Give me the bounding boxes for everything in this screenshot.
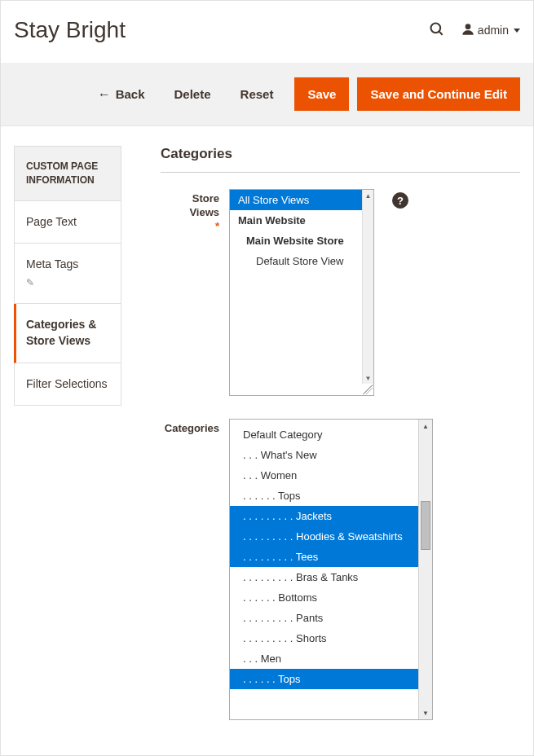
category-option[interactable]: . . . . . . . . . Jackets xyxy=(230,506,432,526)
sidebar-item[interactable]: Page Text xyxy=(14,201,121,244)
category-option[interactable]: . . . . . . Tops xyxy=(230,486,432,506)
scroll-down-icon[interactable]: ▼ xyxy=(363,372,373,384)
sidebar-item[interactable]: Filter Selections xyxy=(14,363,121,407)
action-toolbar: ← Back Delete Reset Save Save and Contin… xyxy=(1,63,533,126)
category-option[interactable]: . . . Men xyxy=(230,648,432,669)
category-option[interactable]: . . . . . . . . . Tees xyxy=(230,547,432,567)
scrollbar[interactable]: ▲ ▼ xyxy=(418,420,432,719)
scroll-thumb[interactable] xyxy=(421,501,430,550)
delete-button[interactable]: Delete xyxy=(160,79,226,109)
category-option[interactable]: . . . . . . . . . Shorts xyxy=(230,628,432,648)
pencil-icon: ✎ xyxy=(26,276,34,290)
scroll-down-icon[interactable]: ▼ xyxy=(419,706,432,719)
store-view-option[interactable]: Main Website Store xyxy=(230,231,373,251)
sidebar: CUSTOM PAGE INFORMATION Page TextMeta Ta… xyxy=(14,146,121,743)
category-option[interactable]: . . . Women xyxy=(230,465,432,486)
scroll-up-icon[interactable]: ▲ xyxy=(419,420,432,433)
search-icon[interactable] xyxy=(429,21,445,40)
help-icon[interactable]: ? xyxy=(392,192,408,209)
sidebar-item-label: Categories & Store Views xyxy=(26,317,109,349)
store-view-option[interactable]: Main Website xyxy=(230,210,373,231)
sidebar-item-label: Meta Tags xyxy=(26,257,109,273)
sidebar-item-label: Filter Selections xyxy=(26,376,109,393)
category-option[interactable]: Default Category xyxy=(230,424,432,445)
user-label: admin xyxy=(478,24,509,37)
svg-point-2 xyxy=(466,24,471,29)
required-indicator: * xyxy=(161,220,219,234)
sidebar-item-label: Page Text xyxy=(26,214,109,231)
save-button[interactable]: Save xyxy=(294,77,349,111)
reset-button[interactable]: Reset xyxy=(226,79,289,109)
back-button[interactable]: ← Back xyxy=(83,79,160,110)
sidebar-item[interactable]: Categories & Store Views xyxy=(14,304,121,363)
svg-line-1 xyxy=(439,31,442,34)
arrow-left-icon: ← xyxy=(98,87,111,102)
category-option[interactable]: . . . . . . . . . Bras & Tanks xyxy=(230,567,432,587)
category-option[interactable]: . . . . . . Bottoms xyxy=(230,587,432,608)
store-view-option[interactable]: All Store Views xyxy=(230,190,373,210)
category-option[interactable]: . . . . . . . . . Pants xyxy=(230,608,432,628)
categories-select[interactable]: Default Category. . . What's New. . . Wo… xyxy=(229,419,433,720)
user-menu[interactable]: admin xyxy=(461,23,520,38)
resize-handle[interactable] xyxy=(363,385,373,394)
svg-point-0 xyxy=(430,23,440,33)
section-title: Categories xyxy=(161,146,520,173)
sidebar-header: CUSTOM PAGE INFORMATION xyxy=(14,146,121,201)
save-continue-button[interactable]: Save and Continue Edit xyxy=(357,77,520,111)
scrollbar[interactable]: ▲ ▼ xyxy=(362,190,373,384)
user-icon xyxy=(461,23,474,38)
chevron-down-icon xyxy=(514,29,520,33)
store-view-option[interactable]: Default Store View xyxy=(230,251,373,271)
category-option[interactable]: . . . . . . . . . Hoodies & Sweatshirts xyxy=(230,526,432,547)
scroll-up-icon[interactable]: ▲ xyxy=(363,190,373,201)
page-title: Stay Bright xyxy=(14,17,126,43)
category-option[interactable]: . . . . . . Tops xyxy=(230,669,432,689)
store-views-select[interactable]: All Store ViewsMain WebsiteMain Website … xyxy=(229,189,374,396)
categories-label: Categories xyxy=(165,422,219,434)
sidebar-item[interactable]: Meta Tags✎ xyxy=(14,244,121,304)
back-label: Back xyxy=(116,87,145,101)
store-views-label: Store Views xyxy=(189,192,219,218)
category-option[interactable]: . . . What's New xyxy=(230,445,432,465)
